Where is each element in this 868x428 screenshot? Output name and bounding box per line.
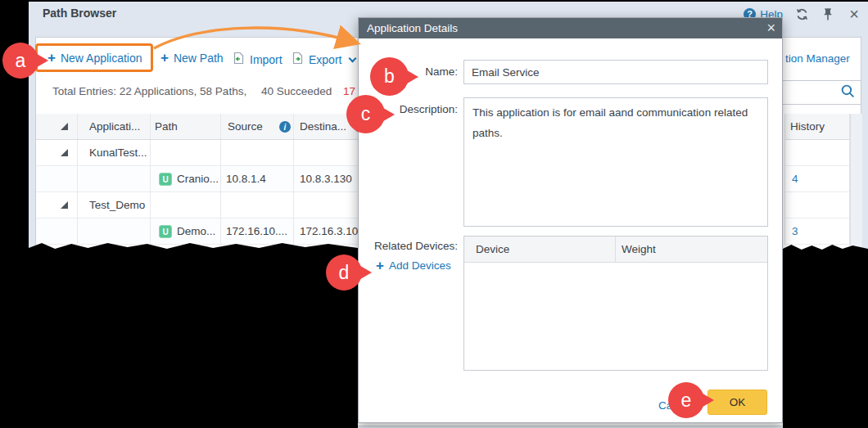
path-name: Cranio... bbox=[177, 173, 219, 185]
history-link[interactable]: 4 bbox=[785, 166, 849, 192]
col-device[interactable]: Device bbox=[476, 243, 509, 255]
col-history[interactable]: History bbox=[785, 114, 849, 140]
export-button[interactable]: Export bbox=[292, 52, 355, 67]
source-value: 10.8.1.4 bbox=[226, 173, 266, 185]
screenshot-canvas: Path Browser ? Help bbox=[0, 0, 868, 428]
col-destination[interactable]: Destina... bbox=[300, 120, 346, 133]
status-badge-up: U bbox=[159, 225, 172, 238]
redaction-block-left bbox=[29, 241, 358, 428]
import-label: Import bbox=[250, 53, 283, 66]
import-icon bbox=[233, 52, 245, 67]
redaction-block-right bbox=[783, 243, 868, 428]
history-column: History 4 3 bbox=[784, 114, 850, 245]
pin-icon[interactable] bbox=[821, 7, 835, 21]
total-entries-summary: Total Entries: 22 Applications, 58 Paths… bbox=[52, 85, 372, 97]
export-label: Export bbox=[309, 53, 341, 66]
callout-b: b bbox=[370, 57, 409, 96]
refresh-icon[interactable] bbox=[794, 7, 809, 21]
search-icon bbox=[840, 83, 856, 102]
related-devices-table: Device Weight bbox=[463, 236, 768, 371]
callout-d: d bbox=[326, 255, 362, 291]
device-table-header: Device Weight bbox=[464, 237, 767, 263]
col-weight[interactable]: Weight bbox=[622, 243, 656, 255]
new-path-button[interactable]: + New Path bbox=[160, 52, 224, 65]
destination-value: 10.8.3.130 bbox=[300, 173, 352, 185]
expander-icon[interactable] bbox=[61, 149, 68, 156]
new-path-label: New Path bbox=[174, 52, 224, 65]
callout-c: c bbox=[346, 95, 385, 133]
window-title: Path Browser bbox=[43, 7, 116, 20]
import-button[interactable]: Import bbox=[233, 52, 283, 67]
callout-a: a bbox=[2, 43, 38, 79]
description-field[interactable]: This application is for email aand commu… bbox=[463, 97, 768, 227]
col-path[interactable]: Path bbox=[155, 120, 178, 133]
application-details-dialog: Application Details × Name: Description:… bbox=[358, 17, 783, 423]
col-source[interactable]: Source bbox=[228, 120, 263, 133]
collapse-all-icon[interactable] bbox=[61, 123, 68, 130]
plus-icon: + bbox=[160, 52, 169, 64]
name-field[interactable] bbox=[463, 60, 768, 84]
path-name: Demo... bbox=[177, 225, 215, 237]
application-name: KunalTest... bbox=[89, 146, 147, 159]
plus-icon: + bbox=[47, 52, 56, 64]
column-divider bbox=[615, 237, 616, 263]
status-badge-up: U bbox=[159, 173, 172, 186]
callout-e: e bbox=[668, 382, 704, 418]
chevron-down-icon bbox=[349, 54, 357, 62]
manager-link-cut[interactable]: tion Manager bbox=[785, 52, 850, 65]
expander-icon[interactable] bbox=[61, 201, 68, 209]
application-name: Test_Demo bbox=[89, 199, 145, 211]
plus-icon: + bbox=[376, 260, 384, 272]
source-info-icon[interactable]: i bbox=[279, 121, 291, 133]
history-link[interactable]: 3 bbox=[785, 219, 849, 245]
succeeded-count: 40 Succeeded bbox=[261, 85, 332, 97]
dialog-close-icon[interactable]: × bbox=[766, 19, 775, 37]
add-devices-button[interactable]: + Add Devices bbox=[376, 259, 451, 272]
destination-value: 172.16.3.10 bbox=[300, 225, 358, 237]
new-application-button[interactable]: + New Application bbox=[47, 52, 142, 65]
related-devices-label: Related Devices: bbox=[359, 240, 458, 252]
new-application-label: New Application bbox=[61, 52, 142, 65]
source-value: 172.16.10.... bbox=[226, 225, 287, 237]
history-cell bbox=[785, 192, 849, 219]
dialog-header: Application Details × bbox=[359, 18, 782, 38]
dialog-title: Application Details bbox=[367, 22, 458, 34]
total-entries-text: Total Entries: 22 Applications, 58 Paths… bbox=[52, 85, 246, 97]
history-cell bbox=[785, 140, 849, 166]
close-window-icon[interactable]: × bbox=[847, 7, 861, 21]
add-devices-label: Add Devices bbox=[389, 259, 451, 272]
col-application[interactable]: Applicati... bbox=[89, 120, 140, 133]
ok-button[interactable]: OK bbox=[708, 390, 767, 415]
export-icon bbox=[292, 52, 304, 67]
